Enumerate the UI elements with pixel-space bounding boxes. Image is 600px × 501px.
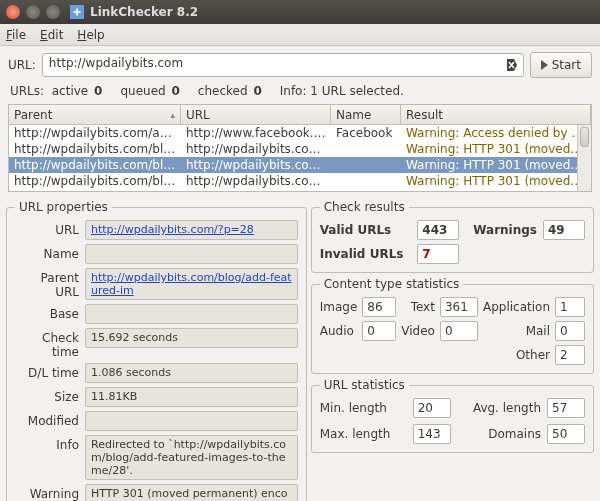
status-info: Info: 1 URL selected. bbox=[280, 84, 404, 98]
col-parent: Parent▴ bbox=[9, 105, 181, 124]
vertical-scrollbar[interactable] bbox=[577, 125, 591, 191]
url-properties-legend: URL properties bbox=[15, 200, 112, 214]
ct-other: 2 bbox=[555, 345, 585, 365]
avg-length: 57 bbox=[547, 398, 585, 418]
prop-info: Redirected to `http://wpdailybits.com/bl… bbox=[85, 435, 298, 480]
menu-edit[interactable]: Edit bbox=[40, 28, 63, 42]
url-label: URL: bbox=[8, 58, 36, 72]
prop-check-time: 15.692 seconds bbox=[85, 328, 298, 348]
ct-app: 1 bbox=[555, 297, 585, 317]
prop-modified bbox=[85, 411, 298, 431]
start-label: Start bbox=[552, 58, 581, 72]
menu-file[interactable]: File bbox=[6, 28, 26, 42]
table-row[interactable]: http://wpdailybits.com/blo...http://wpda… bbox=[9, 173, 591, 189]
table-row[interactable]: http://wpdailybits.com/blo...http://wpda… bbox=[9, 141, 591, 157]
url-properties-group: URL properties URLhttp://wpdailybits.com… bbox=[6, 200, 307, 501]
prop-base bbox=[85, 304, 298, 324]
url-stats-group: URL statistics Min. length20 Avg. length… bbox=[311, 378, 594, 453]
ct-audio: 0 bbox=[362, 321, 396, 341]
ct-text: 361 bbox=[440, 297, 478, 317]
window-title: LinkChecker 8.2 bbox=[90, 5, 198, 19]
window-maximize-icon[interactable] bbox=[46, 5, 60, 19]
table-row-selected[interactable]: http://wpdailybits.com/blo...http://wpda… bbox=[9, 157, 591, 173]
app-icon bbox=[70, 5, 84, 19]
scrollbar-thumb[interactable] bbox=[580, 127, 589, 147]
prop-dl-time: 1.086 seconds bbox=[85, 363, 298, 383]
table-header: Parent▴ URL Name Result bbox=[9, 105, 591, 125]
warnings-value: 49 bbox=[543, 220, 585, 240]
status-checked: checked 0 bbox=[198, 84, 262, 98]
min-length: 20 bbox=[413, 398, 451, 418]
invalid-urls-value: 7 bbox=[417, 244, 459, 264]
prop-parent[interactable]: http://wpdailybits.com/blog/add-featured… bbox=[85, 268, 298, 300]
prop-warning: HTTP 301 (moved permanent) encountered: … bbox=[85, 484, 298, 501]
prop-url[interactable]: http://wpdailybits.com/?p=28 bbox=[85, 220, 298, 240]
sort-asc-icon: ▴ bbox=[170, 110, 175, 120]
url-input[interactable]: http://wpdailybits.com bbox=[42, 53, 524, 77]
status-row: URLs: active 0 queued 0 checked 0 Info: … bbox=[0, 82, 600, 102]
url-input-value: http://wpdailybits.com bbox=[49, 56, 183, 70]
url-bar: URL: http://wpdailybits.com Start bbox=[0, 46, 600, 82]
menu-help[interactable]: Help bbox=[77, 28, 104, 42]
table-row[interactable]: http://wpdailybits.com/ab...http://www.f… bbox=[9, 125, 591, 141]
ct-mail: 0 bbox=[555, 321, 585, 341]
domains-count: 50 bbox=[547, 424, 585, 444]
max-length: 143 bbox=[413, 424, 451, 444]
prop-size: 11.81KB bbox=[85, 387, 298, 407]
window-close-icon[interactable] bbox=[6, 5, 20, 19]
ct-video: 0 bbox=[440, 321, 478, 341]
valid-urls-value: 443 bbox=[417, 220, 459, 240]
prop-name bbox=[85, 244, 298, 264]
content-type-stats-group: Content type statistics Image86 Text361 … bbox=[311, 277, 594, 374]
clear-icon[interactable] bbox=[503, 57, 519, 73]
start-button[interactable]: Start bbox=[530, 52, 592, 78]
status-queued: queued 0 bbox=[120, 84, 179, 98]
col-result: Result bbox=[401, 105, 591, 124]
menu-bar: File Edit Help bbox=[0, 24, 600, 46]
check-results-group: Check results Valid URLs443 Warnings49 I… bbox=[311, 200, 594, 273]
title-bar: LinkChecker 8.2 bbox=[0, 0, 600, 24]
play-icon bbox=[541, 60, 548, 70]
col-url: URL bbox=[181, 105, 331, 124]
status-urls: URLs: active 0 bbox=[10, 84, 102, 98]
table-body: http://wpdailybits.com/ab...http://www.f… bbox=[9, 125, 591, 189]
ct-image: 86 bbox=[362, 297, 396, 317]
window-minimize-icon[interactable] bbox=[26, 5, 40, 19]
results-table[interactable]: Parent▴ URL Name Result http://wpdailybi… bbox=[8, 104, 592, 192]
col-name: Name bbox=[331, 105, 401, 124]
